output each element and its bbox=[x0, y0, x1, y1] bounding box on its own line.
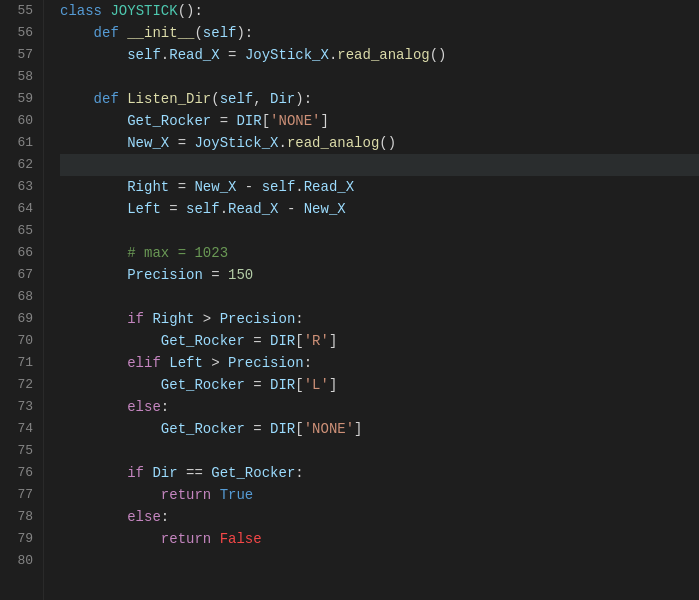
code-line bbox=[60, 440, 699, 462]
var-token: DIR bbox=[270, 377, 295, 393]
var-token: New_X bbox=[194, 179, 236, 195]
line-number: 71 bbox=[10, 352, 33, 374]
line-numbers: 5556575859606162636465666768697071727374… bbox=[0, 0, 44, 600]
punc-token: ] bbox=[329, 377, 337, 393]
code-line: else: bbox=[60, 506, 699, 528]
param-token: Dir bbox=[270, 91, 295, 107]
comment-token: # max = 1023 bbox=[127, 245, 228, 261]
line-number: 76 bbox=[10, 462, 33, 484]
code-line: New_X = JoyStick_X.read_analog() bbox=[60, 132, 699, 154]
var-token: self bbox=[262, 179, 296, 195]
line-number: 69 bbox=[10, 308, 33, 330]
punc-token: ] bbox=[354, 421, 362, 437]
plain-token bbox=[60, 25, 94, 41]
plain-token bbox=[60, 135, 127, 151]
kw-token: def bbox=[94, 91, 128, 107]
var-token: Left bbox=[169, 355, 203, 371]
param-token: self bbox=[203, 25, 237, 41]
line-number: 59 bbox=[10, 88, 33, 110]
op-token: > bbox=[203, 355, 228, 371]
line-number: 55 bbox=[10, 0, 33, 22]
punc-token: , bbox=[253, 91, 270, 107]
plain-token bbox=[60, 113, 127, 129]
line-number: 68 bbox=[10, 286, 33, 308]
punc-token: ( bbox=[211, 91, 219, 107]
op-token: = bbox=[169, 179, 194, 195]
punc-token: [ bbox=[295, 421, 303, 437]
punc-token: [ bbox=[262, 113, 270, 129]
plain-token bbox=[60, 487, 161, 503]
op-token: = bbox=[211, 113, 236, 129]
line-number: 63 bbox=[10, 176, 33, 198]
op-token: = bbox=[203, 267, 228, 283]
plain-token bbox=[60, 47, 127, 63]
bool-true-token: True bbox=[220, 487, 254, 503]
line-number: 74 bbox=[10, 418, 33, 440]
line-number: 79 bbox=[10, 528, 33, 550]
code-line: if Right > Precision: bbox=[60, 308, 699, 330]
punc-token: (): bbox=[178, 3, 203, 19]
plain-token bbox=[60, 245, 127, 261]
op-token: = bbox=[245, 333, 270, 349]
var-token: DIR bbox=[270, 421, 295, 437]
punc-token: ] bbox=[329, 333, 337, 349]
line-number: 61 bbox=[10, 132, 33, 154]
kw-ctrl-token: else bbox=[127, 399, 161, 415]
code-line bbox=[60, 154, 699, 176]
code-line: return True bbox=[60, 484, 699, 506]
punc-token: [ bbox=[295, 333, 303, 349]
fn-token: read_analog bbox=[337, 47, 429, 63]
punc-token: : bbox=[295, 311, 303, 327]
plain-token bbox=[60, 311, 127, 327]
kw-ctrl-token: return bbox=[161, 487, 220, 503]
var-token: DIR bbox=[270, 333, 295, 349]
kw-token: class bbox=[60, 3, 110, 19]
plain-token bbox=[60, 421, 161, 437]
line-number: 58 bbox=[10, 66, 33, 88]
plain-token bbox=[60, 399, 127, 415]
op-token: = bbox=[245, 421, 270, 437]
code-line bbox=[60, 286, 699, 308]
var-token: DIR bbox=[236, 113, 261, 129]
kw-ctrl-token: if bbox=[127, 465, 152, 481]
line-number: 67 bbox=[10, 264, 33, 286]
code-line: Get_Rocker = DIR['NONE'] bbox=[60, 110, 699, 132]
plain-token bbox=[60, 377, 161, 393]
var-token: Get_Rocker bbox=[161, 421, 245, 437]
op-token: = bbox=[169, 135, 194, 151]
code-line: Get_Rocker = DIR['R'] bbox=[60, 330, 699, 352]
var-token: New_X bbox=[127, 135, 169, 151]
plain-token bbox=[60, 465, 127, 481]
code-line bbox=[60, 66, 699, 88]
line-number: 70 bbox=[10, 330, 33, 352]
punc-token: : bbox=[295, 465, 303, 481]
var-token: Right bbox=[152, 311, 194, 327]
punc-token: ): bbox=[236, 25, 253, 41]
var-token: Get_Rocker bbox=[161, 333, 245, 349]
punc-token: () bbox=[379, 135, 396, 151]
punc-token: [ bbox=[295, 377, 303, 393]
num-token: 150 bbox=[228, 267, 253, 283]
var-token: Precision bbox=[127, 267, 203, 283]
code-line: Get_Rocker = DIR['L'] bbox=[60, 374, 699, 396]
plain-token bbox=[60, 91, 94, 107]
var-token: JoyStick_X bbox=[194, 135, 278, 151]
str-token: 'R' bbox=[304, 333, 329, 349]
line-number: 66 bbox=[10, 242, 33, 264]
punc-token: : bbox=[304, 355, 312, 371]
line-number: 77 bbox=[10, 484, 33, 506]
line-number: 64 bbox=[10, 198, 33, 220]
code-line: class JOYSTICK(): bbox=[60, 0, 699, 22]
plain-token bbox=[60, 201, 127, 217]
var-token: Get_Rocker bbox=[127, 113, 211, 129]
line-number: 62 bbox=[10, 154, 33, 176]
punc-token: () bbox=[430, 47, 447, 63]
fn-token: read_analog bbox=[287, 135, 379, 151]
op-token: - bbox=[236, 179, 261, 195]
fn-token: __init__ bbox=[127, 25, 194, 41]
code-line: Right = New_X - self.Read_X bbox=[60, 176, 699, 198]
kw-ctrl-token: if bbox=[127, 311, 152, 327]
line-number: 56 bbox=[10, 22, 33, 44]
code-line: if Dir == Get_Rocker: bbox=[60, 462, 699, 484]
plain-token bbox=[60, 509, 127, 525]
